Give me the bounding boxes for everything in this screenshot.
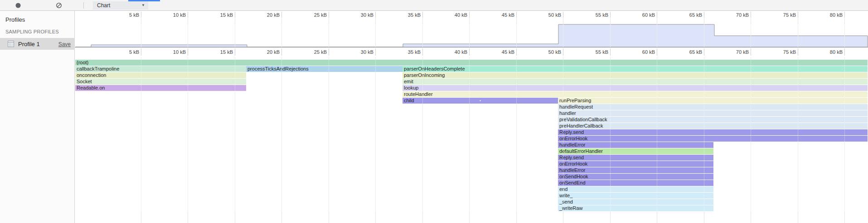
ruler-top-tick-mark — [798, 12, 798, 18]
ruler-bottom-tick-mark — [469, 48, 470, 56]
flame-grid-dotline — [281, 57, 282, 211]
profiles-sidebar: Profiles SAMPLING PROFILES Profile 1 Sav… — [0, 11, 75, 223]
flame-bar-handlerequest[interactable]: handleRequest — [558, 104, 868, 110]
profiles-header: Profiles — [5, 16, 25, 23]
flame-bar-write-[interactable]: write_ — [558, 193, 713, 199]
ruler-top-tick-mark — [375, 12, 376, 18]
allocation-overview-minimap[interactable] — [75, 18, 868, 47]
flame-bar-processticksandrejections[interactable]: processTicksAndRejections — [246, 66, 402, 72]
overview-grid-dotline — [375, 24, 376, 47]
flame-grid-dotline — [798, 57, 798, 211]
flame-grid-dotline — [844, 57, 845, 211]
overview-grid-dotline — [516, 24, 517, 47]
flame-bar-handleerror[interactable]: handleError — [558, 167, 713, 173]
profiler-toolbar: Chart ▼ — [0, 0, 868, 11]
sidebar-item-profile-1[interactable]: Profile 1 Save — [0, 38, 75, 50]
ruler-top-tick-mark — [281, 12, 282, 18]
memory-profiler-panel: Chart ▼ Profiles SAMPLING PROFILES Profi… — [0, 0, 868, 223]
ruler-bottom-tick-mark — [704, 48, 704, 56]
view-mode-select[interactable]: Chart ▼ — [93, 1, 148, 9]
ruler-top-tick-label: 25 kB — [300, 12, 327, 18]
ruler-bottom-tick-label: 25 kB — [300, 49, 327, 55]
ruler-bottom-tick-mark — [422, 48, 423, 56]
flame-bar--writeraw[interactable]: _writeRaw — [558, 205, 713, 211]
flame-bar-socket[interactable]: Socket — [75, 79, 246, 85]
flame-bar--send[interactable]: _send — [558, 199, 713, 205]
flame-bar-onerrorhook[interactable]: onErrorHook — [558, 136, 868, 142]
record-profile-icon[interactable] — [15, 2, 21, 9]
chevron-down-icon: ▼ — [141, 1, 145, 9]
flame-grid-dotline — [563, 57, 563, 211]
flame-bar-reply-send[interactable]: Reply.send — [558, 129, 868, 135]
flame-bar-prevalidationcallback[interactable]: preValidationCallback — [558, 117, 868, 123]
ruler-bottom-tick-label: 30 kB — [346, 49, 373, 55]
ruler-bottom-tick-mark — [610, 48, 611, 56]
ruler-top-tick-label: 55 kB — [581, 12, 608, 18]
ruler-top-tick-mark — [235, 12, 235, 18]
ruler-bottom-tick-mark — [188, 48, 188, 56]
flame-bar-runpreparsing[interactable]: runPreParsing — [558, 98, 868, 104]
ruler-bottom-tick-label: 5 kB — [112, 49, 139, 55]
ruler-bottom-tick-mark — [563, 48, 563, 56]
ruler-top-tick-label: 5 kB — [112, 12, 139, 18]
overview-grid-dotline — [281, 24, 282, 47]
heap-profile-icon — [7, 40, 15, 47]
overview-grid-dotline — [469, 24, 470, 47]
flame-bar--root-[interactable]: (root) — [75, 60, 868, 66]
ruler-top-tick-label: 35 kB — [393, 12, 421, 18]
ruler-bottom-tick-label: 40 kB — [440, 49, 467, 55]
overview-grid-dotline — [141, 24, 141, 47]
ruler-top-tick-label: 50 kB — [534, 12, 561, 18]
ruler-top-tick-label: 60 kB — [628, 12, 655, 18]
ruler-bottom-tick-mark — [235, 48, 235, 56]
ruler-bottom-tick-mark — [844, 48, 845, 56]
flame-bar-reply-send[interactable]: Reply.send — [558, 155, 713, 161]
save-profile-link[interactable]: Save — [58, 41, 71, 47]
flame-bar-defaulterrorhandler[interactable]: defaultErrorHandler — [558, 148, 713, 154]
flame-grid-dotline — [657, 57, 657, 211]
flame-bar-end[interactable]: end — [558, 186, 713, 192]
ruler-top-tick-label: 45 kB — [487, 12, 514, 18]
flame-bar-prehandlercallback[interactable]: preHandlerCallback — [558, 123, 868, 129]
ruler-top-tick-label: 20 kB — [252, 12, 280, 18]
ruler-top-tick-mark — [422, 12, 423, 18]
ruler-bottom-tick-label: 10 kB — [159, 49, 186, 55]
ruler-top — [75, 11, 868, 18]
flame-bar-callbacktrampoline[interactable]: callbackTrampoline — [75, 66, 246, 72]
ruler-bottom-tick-label: 45 kB — [487, 49, 514, 55]
flame-bar-handleerror[interactable]: handleError — [558, 142, 713, 148]
ruler-bottom-tick-mark — [751, 48, 751, 56]
flame-grid-dotline — [610, 57, 611, 211]
ruler-bottom — [75, 47, 868, 57]
overview-grid-dotline — [188, 24, 188, 47]
ruler-bottom-tick-mark — [798, 48, 798, 56]
overview-grid-dotline — [657, 24, 657, 47]
overview-grid-dotline — [422, 24, 423, 47]
ruler-top-tick-label: 70 kB — [722, 12, 749, 18]
ruler-bottom-tick-mark — [375, 48, 376, 56]
flame-bar-onsendend[interactable]: onSendEnd — [558, 180, 713, 186]
ruler-top-tick-mark — [141, 12, 141, 18]
ruler-bottom-tick-label: 70 kB — [722, 49, 749, 55]
flame-bar-onconnection[interactable]: onconnection — [75, 72, 246, 78]
flame-bar-onerrorhook[interactable]: onErrorHook — [558, 161, 713, 167]
ruler-top-tick-mark — [469, 12, 470, 18]
clear-profiles-icon[interactable] — [56, 2, 62, 9]
flame-bar-handler[interactable]: handler — [558, 110, 868, 116]
ruler-bottom-tick-mark — [516, 48, 517, 56]
flame-grid-dotline — [141, 57, 141, 211]
ruler-top-tick-label: 80 kB — [815, 12, 843, 18]
overview-grid-dotline — [235, 24, 235, 47]
ruler-bottom-tick-mark — [281, 48, 282, 56]
ruler-bottom-tick-label: 35 kB — [393, 49, 421, 55]
sampling-profiles-section-label: SAMPLING PROFILES — [5, 29, 59, 34]
flame-bar-child[interactable]: child — [402, 98, 558, 104]
overview-grid-dotline — [610, 24, 611, 47]
overview-grid-dotline — [704, 24, 704, 47]
ruler-bottom-tick-label: 50 kB — [534, 49, 561, 55]
flame-grid-dotline — [422, 57, 423, 211]
flame-bar-readable-on[interactable]: Readable.on — [75, 85, 246, 91]
flame-bar-onsendhook[interactable]: onSendHook — [558, 174, 713, 180]
profile-name: Profile 1 — [18, 41, 40, 47]
flame-grid-dotline — [469, 57, 470, 211]
